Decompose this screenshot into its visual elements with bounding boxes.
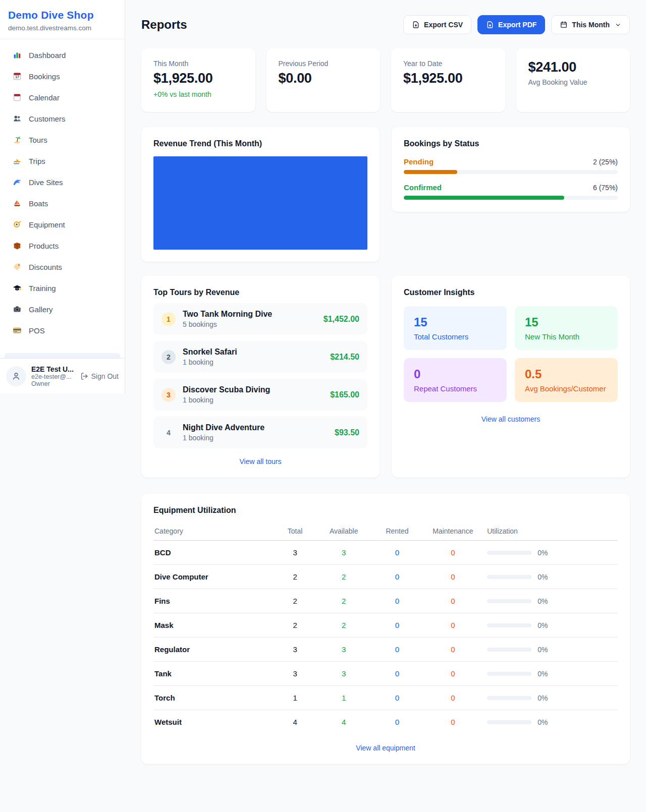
dive-sites-icon	[12, 177, 22, 187]
charts-row: Revenue Trend (This Month) Bookings by S…	[141, 127, 630, 262]
bookings-icon: 17	[12, 71, 22, 81]
rank-badge: 4	[162, 426, 176, 440]
tour-bookings: 5 bookings	[183, 320, 316, 328]
table-row: BCD 3 3 0 0 0%	[153, 541, 618, 565]
insight-value: 15	[525, 315, 608, 329]
sidebar-item-label: Equipment	[29, 220, 65, 229]
view-all-customers-link[interactable]: View all customers	[404, 415, 618, 423]
customer-insights-title: Customer Insights	[404, 288, 618, 297]
status-row: Pending 2 (25%)	[404, 157, 618, 174]
stat-label: Previous Period	[279, 60, 368, 68]
cell-total: 3	[274, 541, 316, 565]
sidebar-item-label: Tours	[29, 136, 47, 144]
sign-out-button[interactable]: Sign Out	[80, 372, 119, 380]
tour-name: Snorkel Safari	[183, 347, 323, 357]
sidebar-item-gallery[interactable]: Gallery	[4, 300, 121, 319]
logout-icon	[80, 372, 88, 380]
sidebar-item-discounts[interactable]: Discounts	[4, 257, 121, 276]
cell-category: Torch	[153, 686, 274, 710]
sidebar-item-equipment[interactable]: Equipment	[4, 215, 121, 234]
cell-rented: 0	[371, 613, 422, 637]
view-all-equipment-link[interactable]: View all equipment	[153, 744, 618, 752]
utilization-bar	[487, 720, 531, 724]
tour-row: 3 Discover Scuba Diving 1 booking $165.0…	[153, 379, 367, 411]
export-pdf-button[interactable]: Export PDF	[477, 15, 545, 34]
user-icon	[11, 371, 21, 381]
sidebar-item-tours[interactable]: Tours	[4, 130, 121, 149]
status-label: Pending	[404, 157, 434, 166]
sidebar-item-pos[interactable]: POS	[4, 321, 121, 340]
equipment-utilization-panel: Equipment Utilization Category Total Ava…	[141, 494, 630, 764]
cell-available: 4	[316, 710, 371, 734]
chevron-down-icon	[615, 22, 621, 28]
insight-tile: 15 Total Customers	[404, 306, 507, 350]
tour-name: Discover Scuba Diving	[183, 385, 323, 394]
cell-maintenance: 0	[423, 565, 483, 589]
tour-row: 4 Night Dive Adventure 1 booking $93.50	[153, 417, 367, 448]
sidebar-item-boats[interactable]: Boats	[4, 194, 121, 213]
stat-card: $241.00 Avg Booking Value	[516, 48, 630, 112]
sidebar-item-calendar[interactable]: Calendar	[4, 88, 121, 107]
cell-total: 2	[274, 565, 316, 589]
utilization-bar	[487, 696, 531, 700]
cell-total: 1	[274, 686, 316, 710]
rank-badge: 2	[162, 350, 176, 364]
sidebar-item-dashboard[interactable]: Dashboard	[4, 45, 121, 65]
status-progress-fill	[404, 170, 457, 174]
insight-tile: 15 New This Month	[515, 306, 618, 350]
period-dropdown[interactable]: This Month	[551, 15, 630, 34]
cell-total: 4	[274, 710, 316, 734]
table-row: Tank 3 3 0 0 0%	[153, 662, 618, 686]
export-pdf-label: Export PDF	[498, 21, 536, 29]
sidebar-item-customers[interactable]: Customers	[4, 109, 121, 128]
cell-total: 2	[274, 613, 316, 637]
sidebar-item-dive-sites[interactable]: Dive Sites	[4, 172, 121, 192]
col-available: Available	[316, 522, 371, 541]
sidebar-item-products[interactable]: Products	[4, 236, 121, 255]
utilization-percent: 0%	[537, 646, 548, 654]
file-download-icon	[486, 21, 494, 29]
cell-rented: 0	[371, 565, 422, 589]
calendar-icon	[12, 92, 22, 102]
sidebar-item-label: Dive Sites	[29, 178, 63, 187]
table-row: Wetsuit 4 4 0 0 0%	[153, 710, 618, 734]
tour-bookings: 1 booking	[183, 434, 328, 442]
sidebar-item-trips[interactable]: Trips	[4, 151, 121, 170]
rank-badge: 3	[162, 388, 176, 402]
cell-available: 3	[316, 541, 371, 565]
user-section: E2E Test U... e2e-tester@... Owner Sign …	[0, 358, 125, 393]
cell-utilization: 0%	[483, 541, 618, 565]
insight-tile: 0 Repeat Customers	[404, 358, 507, 402]
cell-category: Fins	[153, 589, 274, 613]
utilization-bar	[487, 599, 531, 603]
sidebar-item-label: Products	[29, 242, 59, 250]
cell-rented: 0	[371, 686, 422, 710]
export-csv-button[interactable]: Export CSV	[403, 15, 471, 34]
sidebar-item-label: Dashboard	[29, 51, 66, 60]
status-count: 6 (75%)	[593, 184, 618, 192]
cell-utilization: 0%	[483, 565, 618, 589]
sidebar-item-label: Customers	[29, 114, 66, 123]
equipment-rows: BCD 3 3 0 0 0% Dive	[153, 541, 618, 734]
rank-badge: 1	[162, 312, 176, 326]
avatar	[6, 366, 26, 386]
status-row: Confirmed 6 (75%)	[404, 183, 618, 200]
insight-value: 0	[414, 367, 497, 381]
cell-maintenance: 0	[423, 541, 483, 565]
insight-label: Avg Bookings/Customer	[525, 384, 608, 393]
view-all-tours-link[interactable]: View all tours	[153, 457, 367, 466]
cell-maintenance: 0	[423, 710, 483, 734]
status-count: 2 (25%)	[593, 158, 618, 166]
sidebar-item-bookings[interactable]: 17 Bookings	[4, 67, 121, 86]
cell-maintenance: 0	[423, 662, 483, 686]
table-row: Dive Computer 2 2 0 0 0%	[153, 565, 618, 589]
cell-available: 2	[316, 589, 371, 613]
insight-label: Repeat Customers	[414, 384, 497, 393]
col-category: Category	[153, 522, 274, 541]
sidebar-header: Demo Dive Shop demo.test.divestreams.com	[0, 0, 125, 39]
bookings-status-panel: Bookings by Status Pending 2 (25%)	[392, 127, 630, 212]
sidebar-item-label: Bookings	[29, 72, 60, 81]
sidebar-item-label: Gallery	[29, 305, 53, 314]
tour-list: 1 Two Tank Morning Dive 5 bookings $1,45…	[153, 303, 367, 448]
sidebar-item-training[interactable]: Training	[4, 278, 121, 298]
